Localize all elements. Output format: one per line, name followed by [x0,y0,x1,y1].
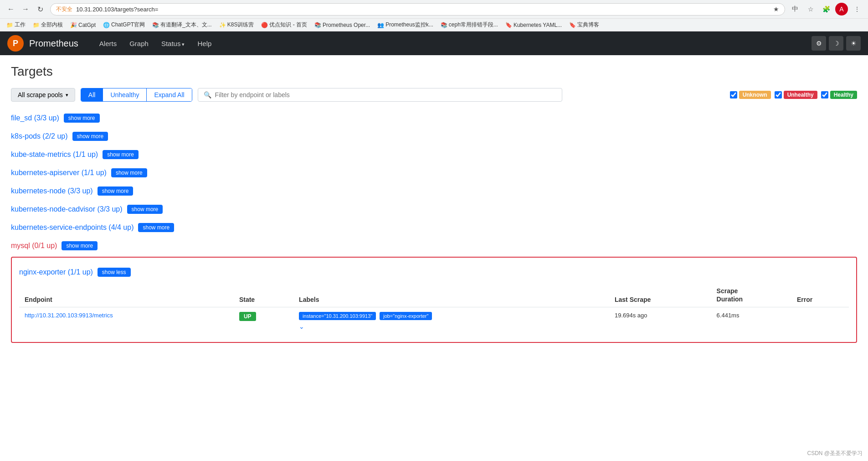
toolbar-row: All scrape pools All Unhealthy Expand Al… [11,88,857,102]
target-header-kubernetes-service-endpoints: kubernetes-service-endpoints (4/4 up) sh… [11,220,857,235]
bookmark-baodian[interactable]: 🔖 宝典博客 [567,20,601,30]
show-more-k8s-pods[interactable]: show more [72,132,108,141]
nav-right: ⚙ ☽ ☀ [812,36,861,51]
bookmark-chatgpt[interactable]: 🌐 ChatGPT官网 [101,20,147,30]
target-header-mysql: mysql (0/1 up) show more [11,238,857,253]
bookmark-youdao[interactable]: 📚 有道翻译_文本、文... [150,20,214,30]
target-name-nginx-exporter[interactable]: nginx-exporter (1/1 up) [19,268,93,276]
endpoint-link[interactable]: http://10.31.200.103:9913/metrics [25,312,113,319]
th-last-scrape: Last Scrape [609,283,711,307]
nav-alerts[interactable]: Alerts [93,32,123,55]
star-icon[interactable]: ★ [773,5,779,13]
show-less-nginx-exporter[interactable]: show less [98,268,131,277]
search-icon: 🔍 [204,91,211,98]
reload-button[interactable]: ↻ [34,3,46,16]
page-content: Targets All scrape pools All Unhealthy E… [0,55,868,356]
target-name-kubernetes-node-cadvisor[interactable]: kubernetes-node-cadvisor (3/3 up) [11,205,123,213]
show-more-kube-state-metrics[interactable]: show more [103,150,139,159]
dark-mode-button[interactable]: ☽ [829,36,843,51]
target-item-kubernetes-node: kubernetes-node (3/3 up) show more [11,184,857,198]
show-more-file-sd[interactable]: show more [64,114,100,123]
last-scrape-cell: 19.694s ago [609,307,711,335]
chevron-down-icon[interactable]: ⌄ [299,323,304,330]
bookmarks-bar: 📁 工作 📁 全部内核 🎉 CatGpt 🌐 ChatGPT官网 📚 有道翻译_… [0,18,868,31]
forward-button[interactable]: → [19,3,32,16]
light-mode-button[interactable]: ☀ [846,36,861,51]
target-item-kube-state-metrics: kube-state-metrics (1/1 up) show more [11,147,857,162]
bookmark-catgpt[interactable]: 🎉 CatGpt [68,21,98,29]
scrape-pools-button[interactable]: All scrape pools [11,88,75,102]
label-instance[interactable]: instance="10.31.200.103:9913" [299,312,376,320]
app-title: Prometheus [29,38,78,49]
bookmark-prometheus-monitor[interactable]: 👥 Prometheus监控k... [375,20,435,30]
settings-button[interactable]: ⚙ [812,36,826,51]
nav-status[interactable]: Status [155,32,191,55]
labels-container: instance="10.31.200.103:9913" job="nginx… [299,312,604,330]
filter-unhealthy-button[interactable]: Unhealthy [103,88,147,101]
target-name-file-sd[interactable]: file_sd (3/3 up) [11,114,59,122]
labels-cell: instance="10.31.200.103:9913" job="nginx… [293,307,609,335]
target-header-kube-state-metrics: kube-state-metrics (1/1 up) show more [11,147,857,162]
nav-links: Alerts Graph Status Help [93,32,218,55]
chip-unknown[interactable]: Unknown [730,91,771,99]
bookmark-star-icon[interactable]: ☆ [804,3,817,16]
chip-unhealthy[interactable]: Unhealthy [775,91,817,99]
more-icon[interactable]: ⋮ [851,3,863,16]
browser-chrome: ← → ↻ 不安全 10.31.200.103/targets?search= … [0,0,868,31]
bookmark-ceph[interactable]: 📚 ceph常用排错手段... [439,20,500,30]
target-name-kubernetes-node[interactable]: kubernetes-node (3/3 up) [11,187,93,195]
label-job[interactable]: job="nginx-exporter" [380,312,432,320]
error-cell [791,307,849,335]
filter-expand-all-button[interactable]: Expand All [147,88,191,101]
labels-expand[interactable]: ⌄ [299,323,604,330]
target-name-kubernetes-apiserver[interactable]: kubernetes-apiserver (1/1 up) [11,169,107,177]
chip-unknown-checkbox[interactable] [730,91,737,98]
page-title: Targets [11,64,857,79]
extensions-icon[interactable]: 🧩 [820,3,832,16]
chip-unknown-label: Unknown [739,91,771,99]
app-logo: P [7,35,24,52]
show-more-mysql[interactable]: show more [62,241,98,250]
target-name-kube-state-metrics[interactable]: kube-state-metrics (1/1 up) [11,150,98,159]
back-button[interactable]: ← [5,3,17,16]
nav-graph[interactable]: Graph [123,32,155,55]
bookmark-youdianzs[interactable]: 🔴 优点知识 - 首页 [259,20,309,30]
target-header-kubernetes-apiserver: kubernetes-apiserver (1/1 up) show more [11,166,857,180]
show-more-kubernetes-apiserver[interactable]: show more [111,168,147,177]
target-header-file-sd: file_sd (3/3 up) show more [11,111,857,125]
chip-healthy[interactable]: Healthy [821,91,857,99]
target-item-file-sd: file_sd (3/3 up) show more [11,111,857,125]
bookmark-k8s-yaml[interactable]: 🔖 Kubernetes YAML... [503,21,564,29]
translate-icon[interactable]: 中 [789,3,801,16]
chip-unhealthy-checkbox[interactable] [775,91,782,98]
target-header-k8s-pods: k8s-pods (2/2 up) show more [11,129,857,144]
target-name-kubernetes-service-endpoints[interactable]: kubernetes-service-endpoints (4/4 up) [11,223,134,232]
show-more-kubernetes-node-cadvisor[interactable]: show more [127,205,163,214]
state-cell: UP [234,307,293,335]
search-input[interactable] [215,91,556,98]
bookmark-allkernel[interactable]: 📁 全部内核 [31,20,65,30]
address-bar[interactable]: 不安全 10.31.200.103/targets?search= ★ [50,3,785,16]
browser-icons: 中 ☆ 🧩 A ⋮ [789,3,863,16]
filter-all-button[interactable]: All [81,88,103,101]
nginx-exporter-table: Endpoint State Labels Last Scrape Scrape… [19,283,849,335]
nav-help[interactable]: Help [191,32,218,55]
th-state: State [234,283,293,307]
show-more-kubernetes-service-endpoints[interactable]: show more [138,223,174,232]
target-name-k8s-pods[interactable]: k8s-pods (2/2 up) [11,132,68,140]
th-error: Error [791,283,849,307]
table-row: http://10.31.200.103:9913/metrics UP ins… [19,307,849,335]
target-item-k8s-pods: k8s-pods (2/2 up) show more [11,129,857,144]
chip-unhealthy-label: Unhealthy [784,91,817,99]
chip-healthy-checkbox[interactable] [821,91,828,98]
bookmark-prometheus-oper[interactable]: 📚 Prometheus Oper... [313,21,372,29]
show-more-kubernetes-node[interactable]: show more [98,186,134,196]
target-name-mysql[interactable]: mysql (0/1 up) [11,242,57,250]
state-badge: UP [239,312,256,321]
address-text: 10.31.200.103/targets?search= [76,6,770,13]
bookmark-work[interactable]: 📁 工作 [5,20,27,30]
target-item-kubernetes-node-cadvisor: kubernetes-node-cadvisor (3/3 up) show m… [11,202,857,217]
search-wrapper[interactable]: 🔍 [198,88,562,102]
bookmark-k8s[interactable]: ✨ K8S训练营 [217,20,256,30]
profile-icon[interactable]: A [835,3,848,16]
